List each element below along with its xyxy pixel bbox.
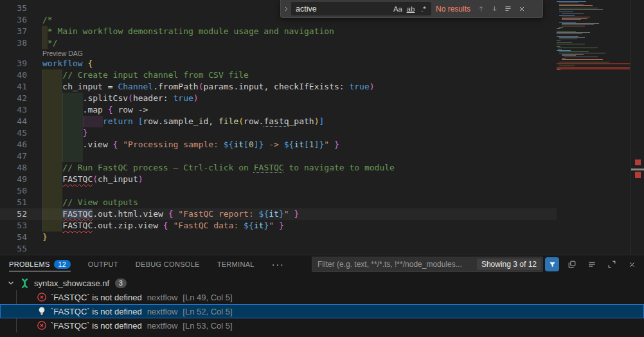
problem-source: nextflow (147, 293, 178, 302)
find-previous-button[interactable] (474, 2, 488, 15)
code-line-54[interactable]: 54} (0, 232, 557, 243)
line-number: 42 (0, 93, 27, 104)
code-line-37[interactable]: 37 * Main workflow demonstrating module … (0, 26, 557, 37)
copy-squares-icon (568, 260, 577, 269)
find-expand-toggle[interactable] (281, 0, 291, 17)
line-number: 54 (0, 232, 27, 243)
code-text: return [row.sample_id, file(row.fastq_pa… (42, 116, 324, 127)
ruler-cursor-mark (631, 168, 644, 170)
minimap-line (557, 32, 630, 33)
problems-filter-input[interactable]: Filter (e.g. text, **/*.ts, !**/node_mod… (312, 257, 543, 272)
line-number: 47 (0, 150, 27, 162)
problem-message: `FASTQC` is not defined (51, 321, 142, 331)
minimap-line (557, 27, 630, 28)
collapse-all-button[interactable] (585, 257, 599, 271)
codelens-preview-dag[interactable]: Preview DAG (0, 49, 557, 58)
code-line-47[interactable]: 47 (0, 150, 557, 162)
minimap-line (557, 23, 630, 24)
minimap-line (557, 71, 630, 71)
match-case-icon[interactable]: Aa (391, 5, 404, 13)
problem-location: [Ln 49, Col 5] (183, 293, 232, 302)
code-line-51[interactable]: 51 // View outputs (0, 197, 557, 208)
chevron-right-icon (283, 6, 289, 12)
panel-tab-problems[interactable]: PROBLEMS12 (9, 255, 71, 273)
close-panel-button[interactable] (625, 257, 639, 271)
indent-tint (62, 150, 82, 162)
minimap-line (557, 6, 630, 7)
lightbulb-icon (37, 306, 47, 316)
line-number: 55 (0, 243, 27, 255)
panel-tab-debug-console[interactable]: DEBUG CONSOLE (136, 255, 200, 273)
nextflow-icon (19, 278, 30, 288)
panel-tab-output[interactable]: OUTPUT (88, 255, 118, 273)
code-text: .splitCsv(header: true) (42, 93, 199, 104)
arrow-up-icon (477, 5, 485, 13)
code-line-55[interactable]: 55 (0, 243, 557, 255)
find-input[interactable]: active Aa ab .* (291, 2, 431, 15)
filter-placeholder: Filter (e.g. text, **/*.ts, !**/node_mod… (318, 260, 477, 269)
minimap-line (557, 28, 630, 29)
problem-location: [Ln 53, Col 5] (183, 321, 232, 331)
tree-chevron[interactable] (6, 278, 17, 287)
problem-row[interactable]: `FASTQC` is not definednextflow[Ln 52, C… (0, 304, 644, 318)
minimap-line (557, 3, 630, 3)
minimap[interactable] (557, 0, 630, 255)
minimap-line (557, 40, 630, 41)
minimap-line (557, 9, 630, 10)
panel-tab-terminal[interactable]: TERMINAL (217, 255, 255, 273)
problems-file-row[interactable]: syntax_showcase.nf3 (0, 276, 644, 290)
line-number: 35 (0, 3, 27, 14)
problem-row[interactable]: `FASTQC` is not definednextflow[Ln 49, C… (0, 290, 644, 304)
regex-icon[interactable]: .* (417, 5, 430, 13)
code-line-52[interactable]: 52 FASTQC.out.html.view { "FastQC report… (0, 208, 557, 220)
find-close-button[interactable] (515, 2, 528, 15)
panel-more-actions[interactable]: ··· (272, 259, 285, 269)
find-next-button[interactable] (488, 2, 501, 15)
problem-source: nextflow (147, 321, 178, 331)
code-text: /* (42, 14, 53, 26)
code-line-40[interactable]: 40 // Create input channel from CSV file (0, 69, 557, 81)
panel-header: PROBLEMS12OUTPUTDEBUG CONSOLETERMINAL ··… (0, 255, 644, 273)
minimap-line (557, 30, 630, 30)
code-text: .view { "Processing sample: ${it[0]} -> … (42, 139, 339, 150)
whole-word-icon[interactable]: ab (404, 5, 417, 13)
minimap-line (557, 39, 630, 39)
view-as-table-button[interactable] (565, 257, 579, 271)
code-line-45[interactable]: 45 } (0, 127, 557, 139)
code-line-46[interactable]: 46 .view { "Processing sample: ${it[0]} … (0, 139, 557, 150)
code-line-49[interactable]: 49 FASTQC(ch_input) (0, 174, 557, 185)
minimap-line (557, 4, 630, 5)
code-line-48[interactable]: 48 // Run FastQC process – Ctrl-click on… (0, 162, 557, 174)
arrow-down-icon (490, 5, 499, 13)
minimap-content (557, 0, 630, 71)
code-line-53[interactable]: 53 FASTQC.out.zip.view { "FastQC data: $… (0, 220, 557, 232)
indent-tint (42, 185, 62, 197)
code-area[interactable]: 3536/*37 * Main workflow demonstrating m… (0, 3, 557, 255)
code-line-43[interactable]: 43 .map { row -> (0, 104, 557, 116)
problem-source: nextflow (147, 307, 178, 316)
find-in-selection-button[interactable] (501, 2, 515, 15)
problems-tree: syntax_showcase.nf3`FASTQC` is not defin… (0, 273, 644, 337)
problem-message: `FASTQC` is not defined (51, 307, 142, 316)
maximize-panel-button[interactable] (605, 257, 619, 271)
minimap-line (557, 53, 630, 53)
vscode-window: 3536/*37 * Main workflow demonstrating m… (0, 0, 644, 337)
editor-pane[interactable]: 3536/*37 * Main workflow demonstrating m… (0, 0, 644, 255)
problems-count-badge: 12 (54, 260, 71, 269)
minimap-line (557, 1, 630, 2)
line-number: 43 (0, 104, 27, 116)
overview-ruler[interactable] (631, 0, 644, 255)
minimap-line (557, 13, 630, 14)
code-text: */ (42, 37, 57, 49)
code-line-41[interactable]: 41 ch_input = Channel.fromPath(params.in… (0, 81, 557, 93)
code-line-39[interactable]: 39workflow { (0, 58, 557, 69)
problem-message: `FASTQC` is not defined (51, 293, 142, 302)
code-line-50[interactable]: 50 (0, 185, 557, 197)
code-line-38[interactable]: 38 */ (0, 37, 557, 49)
code-line-42[interactable]: 42 .splitCsv(header: true) (0, 93, 557, 104)
code-line-44[interactable]: 44 return [row.sample_id, file(row.fastq… (0, 116, 557, 127)
line-number: 39 (0, 58, 27, 69)
minimap-line (557, 42, 630, 43)
filter-funnel-button[interactable] (545, 257, 559, 271)
problem-row[interactable]: `FASTQC` is not definednextflow[Ln 53, C… (0, 318, 644, 332)
